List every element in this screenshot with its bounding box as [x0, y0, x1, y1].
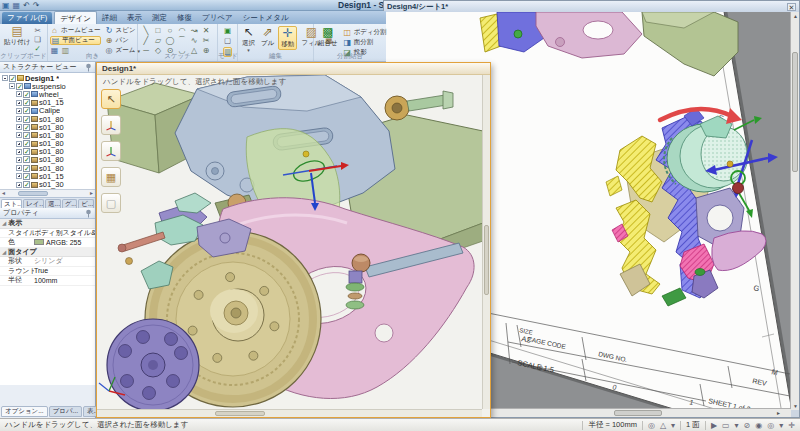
drawing-window-titlebar[interactable]: Design4/シート1* ✕	[384, 1, 799, 12]
structure-tree[interactable]: ✓ Design1 * ✓ suspensio ✓ wheel_ ✓ s01_	[0, 73, 95, 189]
structure-panel-header[interactable]: ストラクチャー ビュー	[0, 62, 95, 73]
expand-icon[interactable]	[16, 182, 22, 188]
plane-icon[interactable]: △	[660, 421, 666, 430]
pin-icon[interactable]	[85, 209, 92, 218]
sketch-tool-icon[interactable]: ▱	[152, 36, 164, 46]
checkbox[interactable]: ✓	[23, 116, 30, 123]
tab-layers[interactable]: レイ...	[23, 199, 44, 208]
scroll-right-icon[interactable]: ►	[89, 190, 94, 197]
redo-icon[interactable]: ↷	[33, 0, 40, 11]
tab-detail[interactable]: 詳細	[97, 11, 122, 24]
select-button[interactable]: ↖ 選択 ▾	[240, 26, 257, 52]
expand-icon[interactable]	[16, 124, 22, 130]
checkbox[interactable]: ✓	[16, 83, 23, 90]
sketch-tool-icon[interactable]: ◯	[164, 36, 176, 46]
copy-icon[interactable]: ❏	[34, 36, 41, 44]
design-window-titlebar[interactable]: Design1*	[97, 63, 490, 75]
color-swatch[interactable]	[34, 239, 44, 245]
scroll-right-icon[interactable]: ►	[776, 409, 781, 417]
checkbox[interactable]: ✓	[23, 107, 30, 114]
split-body-button[interactable]: ◫ ボディ分割	[343, 28, 387, 37]
property-value[interactable]: True	[34, 267, 95, 274]
move-orient-button[interactable]	[101, 141, 121, 161]
checkbox[interactable]: ✓	[23, 148, 30, 155]
scroll-left-icon[interactable]: ◄	[1, 190, 6, 197]
sketch-tool-icon[interactable]: ⌒	[176, 36, 188, 46]
tab-repair[interactable]: 修復	[172, 11, 197, 24]
sketch-tool-icon[interactable]: ✂	[200, 36, 212, 46]
marquee-select-icon[interactable]: ▭	[722, 421, 730, 430]
expand-icon[interactable]	[16, 173, 22, 179]
expand-icon[interactable]	[16, 100, 22, 106]
select-handle-button[interactable]: ↖	[101, 89, 121, 109]
scroll-up-icon[interactable]: ▲	[791, 12, 800, 20]
chevron-down-icon[interactable]: ▾	[735, 421, 739, 430]
tab-selection[interactable]: 選...	[45, 199, 61, 208]
design-viewport[interactable]: ハンドルをドラッグして、選択された面を移動します ↖	[97, 75, 490, 417]
bushing-bolt[interactable]	[385, 91, 453, 120]
collapse-icon[interactable]	[9, 83, 15, 89]
tab-options[interactable]: オプション...	[1, 406, 48, 417]
checkbox[interactable]: ✓	[23, 124, 30, 131]
pull-button[interactable]: ⇗ プル	[259, 26, 276, 48]
tree-item[interactable]: ✓ s01_30	[0, 180, 95, 188]
close-icon[interactable]: ✕	[787, 3, 796, 11]
cut-icon[interactable]: ✂	[34, 27, 41, 35]
pin-icon[interactable]	[85, 63, 92, 72]
move-button[interactable]: ✛ 移動	[278, 26, 297, 50]
sketch-tool-icon[interactable]: □	[152, 26, 164, 36]
expand-icon[interactable]	[16, 157, 22, 163]
expand-icon[interactable]	[16, 116, 22, 122]
appearance-icon[interactable]: ◉	[755, 421, 762, 430]
sketch-tool-icon[interactable]: ✕	[200, 26, 212, 36]
tab-sheetmetal[interactable]: シートメタル	[238, 11, 294, 24]
sketch-tool-icon[interactable]: ∿	[188, 36, 200, 46]
zoom-tool-icon[interactable]: ◎	[767, 421, 774, 430]
expand-icon[interactable]	[16, 108, 22, 114]
tab-design[interactable]: デザイン	[54, 11, 97, 24]
scrollbar-thumb[interactable]	[484, 225, 489, 295]
tab-structure[interactable]: スト...	[1, 199, 22, 208]
expand-icon[interactable]	[16, 149, 22, 155]
checkbox[interactable]: ✓	[9, 75, 16, 82]
home-view-button[interactable]: ⌂ ホームビュー	[50, 26, 101, 35]
anchor-button[interactable]: ▦	[101, 167, 121, 187]
collapse-icon[interactable]	[2, 75, 8, 81]
tab-groups[interactable]: グ...	[62, 199, 78, 208]
sketch-tool-icon[interactable]: ╱	[140, 36, 152, 46]
property-value[interactable]: ARGB: 255	[34, 239, 95, 246]
chevron-down-icon[interactable]: ▾	[779, 421, 783, 430]
scrollbar-thumb[interactable]	[18, 191, 48, 196]
save-icon[interactable]: ▦	[13, 0, 21, 11]
plan-view-button[interactable]: ▤ 平面ビュー	[50, 36, 101, 45]
sketch-tool-icon[interactable]: ╲	[140, 26, 152, 36]
split-face-button[interactable]: ◨ 面分割	[343, 38, 387, 47]
model-scene[interactable]	[97, 75, 483, 409]
property-row[interactable]: 半径 100mm	[0, 276, 95, 286]
tab-properties[interactable]: プロパ...	[49, 406, 82, 417]
measure-option-button[interactable]: ▢	[101, 193, 121, 213]
checkbox[interactable]: ✓	[23, 140, 30, 147]
checkbox[interactable]: ✓	[23, 91, 30, 98]
tab-views[interactable]: ビ...	[78, 199, 94, 208]
sketch-tool-icon[interactable]: ○	[164, 26, 176, 36]
design-horizontal-scrollbar[interactable]	[97, 409, 482, 417]
expand-icon[interactable]	[16, 132, 22, 138]
undo-icon[interactable]: ↶	[23, 0, 30, 11]
pointer-mode-icon[interactable]: ▶	[711, 421, 717, 430]
spin-button[interactable]: ↻ スピン	[105, 26, 140, 35]
expand-icon[interactable]	[16, 141, 22, 147]
sketch-tool-icon[interactable]: ↝	[188, 26, 200, 36]
drawing-vertical-scrollbar[interactable]: ▲ ▼	[790, 12, 799, 410]
chevron-down-icon[interactable]: ▾	[671, 421, 675, 430]
checkbox[interactable]: ✓	[23, 165, 30, 172]
properties-panel-header[interactable]: プロパティ	[0, 208, 95, 219]
expand-icon[interactable]	[16, 165, 22, 171]
app-icon[interactable]: ▣	[2, 0, 10, 11]
property-value[interactable]: 100mm	[34, 277, 95, 284]
property-value[interactable]: ボディ別スタイル&S	[34, 228, 95, 238]
wheel-flange[interactable]	[107, 319, 199, 409]
tab-prepare[interactable]: プリペア	[197, 11, 238, 24]
tab-display[interactable]: 表示	[122, 11, 147, 24]
scrollbar-thumb[interactable]	[215, 411, 265, 416]
